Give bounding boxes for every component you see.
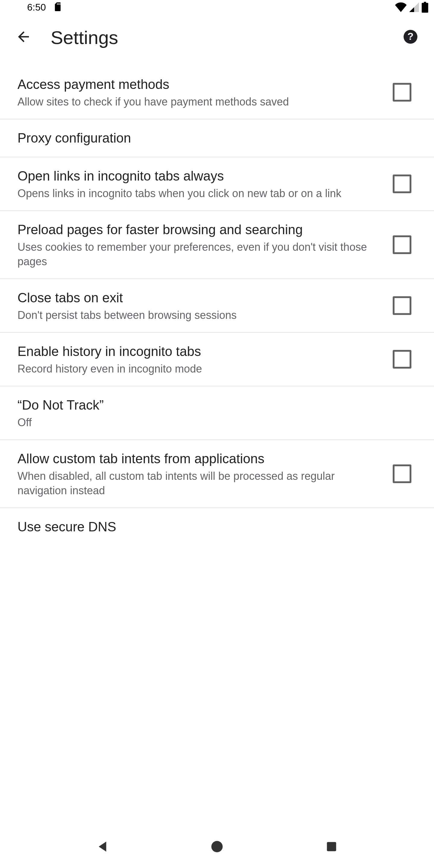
appbar: Settings ? [0, 14, 434, 60]
row-allow-custom-tab-intents[interactable]: Allow custom tab intents from applicatio… [0, 440, 434, 508]
row-do-not-track[interactable]: “Do Not Track” Off [0, 386, 434, 440]
battery-icon [421, 2, 429, 13]
checkbox-unchecked-icon [393, 83, 411, 101]
statusbar-time: 6:50 [27, 2, 46, 13]
svg-text:?: ? [407, 31, 413, 42]
row-sub: Off [18, 415, 404, 430]
row-sub: Opens links in incognito tabs when you c… [18, 186, 375, 201]
checkbox-unchecked-icon [393, 464, 411, 483]
checkbox-open-links-incognito[interactable] [388, 169, 416, 198]
checkbox-preload-pages[interactable] [388, 230, 416, 259]
cell-signal-icon [409, 2, 420, 12]
row-sub: Don't persist tabs between browsing sess… [18, 308, 375, 322]
row-title: Proxy configuration [18, 129, 404, 147]
statusbar: 6:50 [0, 0, 434, 14]
back-button[interactable] [9, 23, 38, 52]
svg-rect-3 [327, 842, 336, 851]
page-title: Settings [38, 27, 396, 48]
sd-card-icon [54, 2, 63, 12]
row-text: “Do Not Track” Off [18, 396, 416, 430]
triangle-back-icon [95, 839, 110, 855]
row-text: Close tabs on exit Don't persist tabs be… [18, 289, 388, 322]
wifi-icon [395, 2, 407, 12]
row-text: Access payment methods Allow sites to ch… [18, 75, 388, 109]
row-title: Access payment methods [18, 75, 375, 93]
svg-point-2 [211, 841, 223, 852]
row-title: Allow custom tab intents from applicatio… [18, 450, 375, 468]
statusbar-left: 6:50 [27, 2, 63, 13]
help-button[interactable]: ? [396, 23, 425, 52]
row-close-tabs-on-exit[interactable]: Close tabs on exit Don't persist tabs be… [0, 279, 434, 333]
checkbox-access-payment-methods[interactable] [388, 78, 416, 107]
row-title: Preload pages for faster browsing and se… [18, 221, 375, 239]
arrow-left-icon [16, 29, 32, 46]
help-icon: ? [403, 29, 418, 45]
system-navbar [0, 827, 434, 868]
row-title: Open links in incognito tabs always [18, 167, 375, 185]
row-sub: Uses cookies to remember your preference… [18, 240, 375, 269]
row-title: “Do Not Track” [18, 396, 404, 414]
row-text: Enable history in incognito tabs Record … [18, 342, 388, 376]
row-text: Proxy configuration [18, 129, 416, 147]
nav-home-button[interactable] [199, 829, 235, 865]
row-title: Enable history in incognito tabs [18, 342, 375, 361]
row-open-links-incognito[interactable]: Open links in incognito tabs always Open… [0, 157, 434, 211]
square-recent-icon [324, 840, 338, 855]
row-text: Allow custom tab intents from applicatio… [18, 450, 388, 498]
checkbox-close-tabs-on-exit[interactable] [388, 291, 416, 320]
row-enable-history-incognito[interactable]: Enable history in incognito tabs Record … [0, 333, 434, 386]
row-proxy-configuration[interactable]: Proxy configuration [0, 119, 434, 157]
settings-list: Access payment methods Allow sites to ch… [0, 60, 434, 546]
row-use-secure-dns[interactable]: Use secure DNS [0, 508, 434, 546]
circle-home-icon [210, 839, 224, 855]
row-text: Open links in incognito tabs always Open… [18, 167, 388, 201]
row-sub: Allow sites to check if you have payment… [18, 95, 375, 109]
checkbox-allow-custom-tab-intents[interactable] [388, 459, 416, 488]
checkbox-unchecked-icon [393, 175, 411, 193]
statusbar-right [395, 2, 429, 13]
checkbox-unchecked-icon [393, 350, 411, 369]
nav-recent-button[interactable] [313, 829, 350, 865]
row-text: Preload pages for faster browsing and se… [18, 221, 388, 269]
checkbox-enable-history-incognito[interactable] [388, 345, 416, 374]
nav-back-button[interactable] [84, 829, 121, 865]
row-sub: When disabled, all custom tab intents wi… [18, 469, 375, 498]
checkbox-unchecked-icon [393, 296, 411, 315]
row-title: Close tabs on exit [18, 289, 375, 307]
checkbox-unchecked-icon [393, 236, 411, 254]
row-sub: Record history even in incognito mode [18, 362, 375, 376]
row-preload-pages[interactable]: Preload pages for faster browsing and se… [0, 211, 434, 279]
row-text: Use secure DNS [18, 518, 416, 536]
row-title: Use secure DNS [18, 518, 404, 536]
row-access-payment-methods[interactable]: Access payment methods Allow sites to ch… [0, 60, 434, 119]
